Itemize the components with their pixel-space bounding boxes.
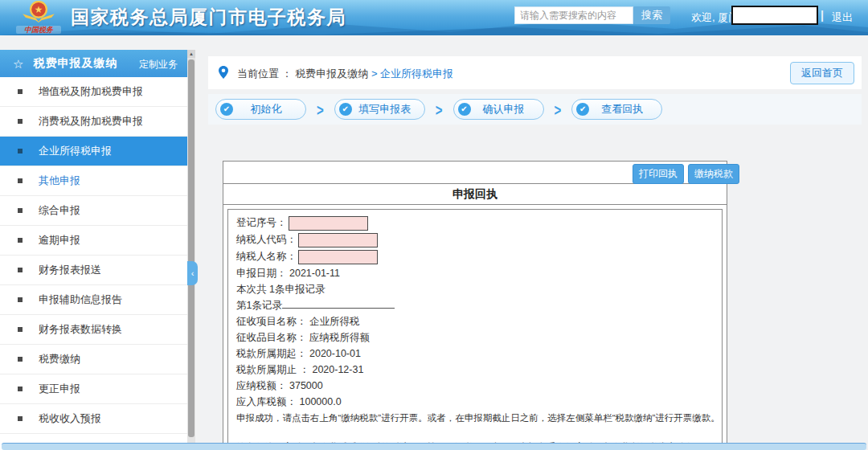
redacted-value [298,250,378,264]
redacted-value [298,233,378,248]
sidebar-item-corporate-income-tax[interactable]: 企业所得税申报 [0,137,187,166]
sidebar-scrollbar-thumb[interactable] [188,59,194,437]
field-taxpayer-name: 纳税人名称： [236,248,714,265]
bullet-icon [18,327,23,332]
bullet-icon [18,297,23,302]
redacted-value [289,216,368,231]
pay-tax-button[interactable]: 缴纳税款 [688,164,739,184]
bullet-icon [18,208,23,213]
field-registration-number: 登记序号： [236,215,714,231]
record-header: 第1条记录 [236,297,714,313]
field-levy-item-name: 征收项目名称： 企业所得税 [236,313,714,329]
field-levy-category-name: 征收品目名称： 应纳税所得额 [236,329,714,346]
header-divider: | [821,9,824,22]
sidebar-item-financial-report-conversion[interactable]: 财务报表数据转换 [0,315,187,345]
star-icon: ☆ [13,58,23,70]
breadcrumb-location-label: 当前位置 ： [237,68,293,80]
success-note: 申报成功，请点击右上角“缴纳税款”进行开票。或者，在申报期截止日之前，选择左侧菜… [236,410,714,426]
check-icon: ✔ [220,103,233,116]
chevron-right-icon: > [436,100,443,119]
return-home-button[interactable]: 返回首页 [790,62,854,84]
sidebar-item-declaration-auxiliary-info[interactable]: 申报辅助信息报告 [0,285,187,315]
svg-text:★: ★ [35,4,43,14]
custom-business-link[interactable]: 定制业务 [139,58,178,72]
check-icon: ✔ [458,103,471,116]
sidebar-scrollbar[interactable]: ▲ [187,50,195,450]
field-record-count: 本次共 1条申报记录 [236,281,714,297]
wizard-steps: ✔ 初始化 > ✔ 填写申报表 > ✔ 确认申报 > ✔ 查看回执 [208,94,862,125]
bullet-icon [18,89,23,94]
search-input[interactable] [514,6,633,24]
sidebar-item-overdue-declaration[interactable]: 逾期申报 [0,226,187,256]
sidebar: ☆ 税费申报及缴纳 定制业务 增值税及附加税费申报 消费税及附加税费申报 企业所… [0,50,187,450]
field-declare-date: 申报日期： 2021-01-11 [236,265,714,281]
underline-fill [282,297,395,309]
chevron-right-icon: > [555,100,562,119]
sidebar-item-tax-payment[interactable]: 税费缴纳 [0,345,187,374]
bullet-icon [18,238,23,243]
bullet-icon [18,416,23,421]
top-header: ★ 中国税务 国家税务总局厦门市电子税务局 搜索 欢迎, 厦门 | 退出 [0,0,868,35]
search-button[interactable]: 搜索 [633,6,670,24]
bullet-icon [18,119,23,124]
sidebar-header-title: 税费申报及缴纳 [33,56,117,71]
sidebar-item-other-declaration[interactable]: 其他申报 [0,166,187,196]
breadcrumb: 当前位置 ： 税费申报及缴纳 > 企业所得税申报 [237,67,453,81]
horizontal-scrollbar[interactable] [2,443,866,450]
logo-caption: 中国税务 [16,26,61,34]
sidebar-item-comprehensive-declaration[interactable]: 综合申报 [0,196,187,226]
bullet-icon [18,387,23,391]
sidebar-item-tax-revenue-forecast[interactable]: 税收收入预报 [0,404,187,434]
step-initialize[interactable]: ✔ 初始化 [215,99,306,120]
receipt-body: 登记序号： 纳税人代码： 纳税人名称： 申报日期： 2021-01-11 本次共… [227,209,723,450]
national-emblem-icon: ★ [18,1,59,22]
location-pin-icon [218,66,229,79]
field-period-end: 税款所属期止 ： 2020-12-31 [236,362,714,378]
scrollbar-up-arrow-icon[interactable]: ▲ [187,50,195,58]
site-title: 国家税务总局厦门市电子税务局 [71,5,346,30]
field-taxpayer-code: 纳税人代码： [236,231,714,248]
logout-button[interactable]: 退出 [832,10,853,25]
step-view-receipt[interactable]: ✔ 查看回执 [571,99,662,120]
breadcrumb-bar: 当前位置 ： 税费申报及缴纳 > 企业所得税申报 返回首页 [208,56,862,89]
bullet-icon [18,178,23,183]
bullet-icon [18,149,23,153]
app-root: ★ 中国税务 国家税务总局厦门市电子税务局 搜索 欢迎, 厦门 | 退出 ☆ 税… [0,0,868,450]
sidebar-item-consumption-tax[interactable]: 消费税及附加税费申报 [0,107,187,137]
chevron-right-icon: > [317,100,324,119]
sidebar-item-correction-declaration[interactable]: 更正申报 [0,374,187,404]
receipt-actions: 打印回执 缴纳税款 [633,164,739,184]
receipt-panel: 打印回执 缴纳税款 申报回执 登记序号： 纳税人代码： 纳税人名称： 申报日期：… [223,161,727,450]
check-icon: ✔ [576,103,589,116]
sidebar-item-financial-report-submission[interactable]: 财务报表报送 [0,256,187,285]
step-confirm-declaration[interactable]: ✔ 确认申报 [453,99,544,120]
step-fill-form[interactable]: ✔ 填写申报表 [334,99,425,120]
print-receipt-button[interactable]: 打印回执 [633,164,684,184]
check-icon: ✔ [339,103,352,116]
redacted-username [731,6,818,25]
breadcrumb-separator: > [371,68,378,80]
field-tax-due: 应纳税额： 375000 [236,378,714,394]
sidebar-collapse-toggle[interactable]: ‹ [187,261,198,285]
bullet-icon [18,357,23,362]
breadcrumb-parent: 税费申报及缴纳 [295,68,371,80]
receipt-title: 申报回执 [223,183,727,205]
breadcrumb-current[interactable]: 企业所得税申报 [380,68,453,80]
field-tax-payable: 应入库税额： 100000.0 [236,394,714,410]
bullet-icon [18,268,23,272]
sidebar-header: ☆ 税费申报及缴纳 定制业务 [0,50,187,77]
sidebar-item-vat-declaration[interactable]: 增值税及附加税费申报 [0,77,187,107]
tax-bureau-logo: ★ 中国税务 [16,1,61,34]
field-period-start: 税款所属期起： 2020-10-01 [236,346,714,362]
